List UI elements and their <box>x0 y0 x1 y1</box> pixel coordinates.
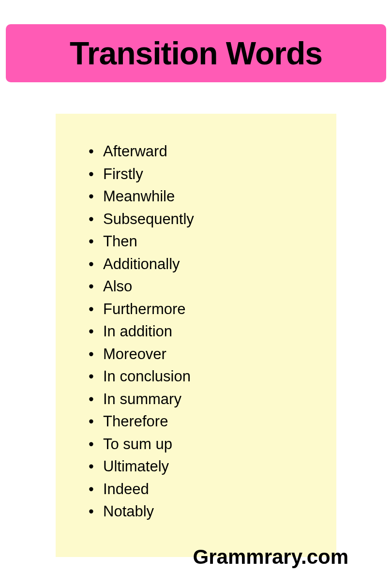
list-item: Moreover <box>85 343 322 366</box>
list-item: Additionally <box>85 253 322 276</box>
list-item: Meanwhile <box>85 185 322 208</box>
list-item: In addition <box>85 320 322 343</box>
content-card: Afterward Firstly Meanwhile Subsequently… <box>56 114 336 557</box>
header-banner: Transition Words <box>6 24 386 82</box>
list-item: In summary <box>85 388 322 411</box>
list-item: Therefore <box>85 410 322 433</box>
list-item: Afterward <box>85 140 322 163</box>
list-item: Also <box>85 275 322 298</box>
list-item: To sum up <box>85 433 322 456</box>
list-item: Then <box>85 230 322 253</box>
page-title: Transition Words <box>15 35 377 72</box>
list-item: In conclusion <box>85 365 322 388</box>
list-item: Subsequently <box>85 208 322 231</box>
list-item: Notably <box>85 500 322 523</box>
footer-brand: Grammrary.com <box>193 545 348 569</box>
list-item: Indeed <box>85 478 322 501</box>
list-item: Firstly <box>85 163 322 186</box>
list-item: Furthermore <box>85 298 322 321</box>
list-item: Ultimately <box>85 455 322 478</box>
words-list: Afterward Firstly Meanwhile Subsequently… <box>85 140 322 523</box>
